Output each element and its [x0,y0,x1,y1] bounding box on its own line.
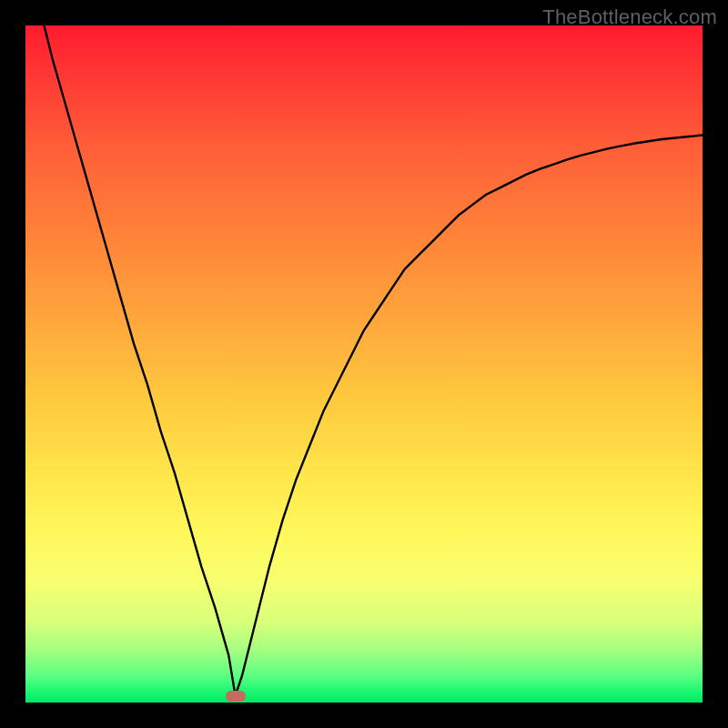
chart-frame: TheBottleneck.com [0,0,728,728]
bottleneck-minimum-marker [226,691,246,702]
plot-area [25,25,703,703]
bottleneck-curve [25,25,703,703]
